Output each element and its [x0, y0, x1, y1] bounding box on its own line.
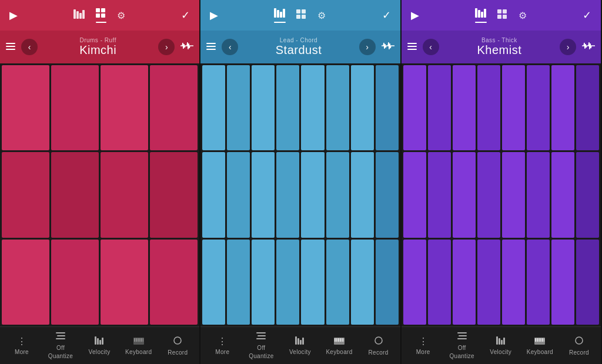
more-button-lead[interactable]: ⋮ More: [209, 336, 235, 355]
bass-strip-22[interactable]: [527, 240, 550, 325]
pad-3-3[interactable]: [101, 240, 148, 325]
menu-icon-bass[interactable]: [407, 42, 417, 52]
strip-13[interactable]: [301, 152, 324, 237]
keyboard-button-bass[interactable]: Keyboard: [527, 336, 553, 355]
strip-7[interactable]: [351, 65, 374, 150]
quantize-button-bass[interactable]: Off Quantize: [449, 332, 475, 359]
bass-strip-16[interactable]: [576, 152, 599, 237]
pad-2-4[interactable]: [150, 152, 198, 237]
velocity-button-drums[interactable]: Velocity: [86, 336, 112, 355]
record-button-lead[interactable]: Record: [366, 336, 392, 356]
strip-5[interactable]: [301, 65, 324, 150]
bass-strip-17[interactable]: [403, 240, 426, 325]
pad-2-3[interactable]: [101, 152, 148, 237]
strip-10[interactable]: [227, 152, 250, 237]
gear-icon-bass[interactable]: ⚙: [519, 10, 527, 21]
strip-8[interactable]: [376, 65, 399, 150]
play-button-drums[interactable]: ▶: [9, 9, 18, 22]
bass-strip-11[interactable]: [453, 152, 476, 237]
next-instrument-lead[interactable]: ›: [359, 39, 376, 55]
check-icon-lead[interactable]: ✓: [382, 9, 391, 22]
play-button-bass[interactable]: ▶: [411, 9, 419, 22]
grid-icon-drums[interactable]: [96, 8, 106, 23]
menu-icon-lead[interactable]: [206, 42, 216, 52]
bass-strip-20[interactable]: [477, 240, 500, 325]
strip-18[interactable]: [227, 240, 250, 325]
strip-20[interactable]: [276, 240, 299, 325]
grid-icon-lead[interactable]: [296, 9, 307, 21]
check-icon-drums[interactable]: ✓: [181, 9, 190, 22]
bass-strip-10[interactable]: [428, 152, 451, 237]
waveform-icon-drums[interactable]: [180, 41, 193, 53]
strip-3[interactable]: [252, 65, 275, 150]
keyboard-button-drums[interactable]: Keyboard: [125, 336, 152, 355]
record-button-bass[interactable]: Record: [566, 336, 592, 356]
strip-1[interactable]: [202, 65, 225, 150]
bass-strip-4[interactable]: [477, 65, 500, 150]
bass-strip-1[interactable]: [403, 65, 426, 150]
prev-instrument-drums[interactable]: ‹: [21, 39, 38, 55]
keyboard-button-lead[interactable]: Keyboard: [326, 336, 352, 355]
bass-strip-7[interactable]: [551, 65, 574, 150]
strip-24[interactable]: [376, 240, 399, 325]
pad-1-3[interactable]: [101, 65, 148, 150]
bass-strip-14[interactable]: [527, 152, 550, 237]
velocity-button-lead[interactable]: Velocity: [287, 336, 313, 355]
next-instrument-bass[interactable]: ›: [560, 39, 576, 55]
check-icon-bass[interactable]: ✓: [583, 9, 591, 22]
menu-icon-drums[interactable]: [6, 42, 15, 52]
prev-instrument-bass[interactable]: ‹: [423, 39, 439, 55]
more-button-drums[interactable]: ⋮ More: [9, 336, 35, 355]
next-instrument-drums[interactable]: ›: [158, 39, 175, 55]
pad-1-4[interactable]: [150, 65, 198, 150]
strip-22[interactable]: [326, 240, 349, 325]
pad-3-2[interactable]: [51, 240, 99, 325]
quantize-button-lead[interactable]: Off Quantize: [248, 332, 274, 359]
prev-instrument-lead[interactable]: ‹: [222, 39, 238, 55]
play-button-lead[interactable]: ▶: [210, 9, 218, 22]
strip-23[interactable]: [351, 240, 374, 325]
bass-strip-23[interactable]: [551, 240, 574, 325]
bass-strip-21[interactable]: [502, 240, 525, 325]
waveform-icon-lead[interactable]: [382, 41, 394, 53]
pad-1-1[interactable]: [2, 65, 49, 150]
bass-strip-8[interactable]: [576, 65, 599, 150]
strip-19[interactable]: [252, 240, 275, 325]
bass-strip-9[interactable]: [403, 152, 426, 237]
sequencer-icon-lead[interactable]: [274, 8, 286, 23]
sequencer-icon-drums[interactable]: [73, 9, 85, 21]
strip-2[interactable]: [227, 65, 250, 150]
bass-strip-12[interactable]: [477, 152, 500, 237]
bass-strip-18[interactable]: [428, 240, 451, 325]
strip-6[interactable]: [326, 65, 349, 150]
strip-16[interactable]: [376, 152, 399, 237]
strip-12[interactable]: [276, 152, 299, 237]
bass-strip-13[interactable]: [502, 152, 525, 237]
pad-3-1[interactable]: [2, 240, 49, 325]
bass-strip-6[interactable]: [527, 65, 550, 150]
grid-icon-bass[interactable]: [497, 9, 508, 21]
strip-11[interactable]: [252, 152, 275, 237]
record-button-drums[interactable]: Record: [165, 336, 190, 356]
strip-9[interactable]: [202, 152, 225, 237]
waveform-icon-bass[interactable]: [582, 41, 595, 53]
pad-2-1[interactable]: [2, 152, 49, 237]
strip-4[interactable]: [276, 65, 299, 150]
strip-15[interactable]: [351, 152, 374, 237]
pad-3-4[interactable]: [150, 240, 198, 325]
bass-strip-19[interactable]: [453, 240, 476, 325]
quantize-button-drums[interactable]: Off Quantize: [48, 332, 73, 359]
gear-icon-drums[interactable]: ⚙: [117, 10, 125, 21]
bass-strip-15[interactable]: [551, 152, 574, 237]
strip-17[interactable]: [202, 240, 225, 325]
bass-strip-2[interactable]: [428, 65, 451, 150]
sequencer-icon-bass[interactable]: [475, 8, 487, 23]
more-button-bass[interactable]: ⋮ More: [410, 336, 436, 355]
pad-2-2[interactable]: [51, 152, 99, 237]
velocity-button-bass[interactable]: Velocity: [488, 336, 514, 355]
strip-14[interactable]: [326, 152, 349, 237]
pad-1-2[interactable]: [51, 65, 99, 150]
bass-strip-3[interactable]: [453, 65, 476, 150]
gear-icon-lead[interactable]: ⚙: [317, 10, 326, 21]
bass-strip-24[interactable]: [576, 240, 599, 325]
